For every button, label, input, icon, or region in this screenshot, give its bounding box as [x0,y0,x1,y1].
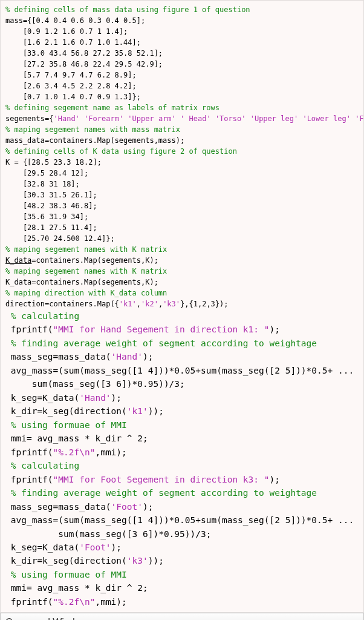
code-line[interactable]: K = {[28.5 23.3 18.2]; [5,157,359,168]
code-line[interactable]: sum(mass_seg([3 6])*0.95))/3; [5,377,359,391]
command-window-panel: Command Window ◉ fx MMI for Hand Segemen… [0,613,364,620]
code-line[interactable]: segements={'Hand' 'Forearm' 'Upper arm' … [5,113,359,124]
code-line[interactable]: mass={[0.4 0.4 0.6 0.3 0.4 0.5]; [5,15,359,26]
code-line[interactable]: % using formuae of MMI [5,568,359,581]
code-line[interactable]: avg_mass=(sum(mass_seg([1 4]))*0.05+sum(… [5,364,359,377]
code-line[interactable]: % calculating [5,309,359,323]
code-line[interactable]: k_seg=K_data('Hand'); [5,391,359,404]
code-line[interactable]: fprintf("%.2f\n",mmi); [5,595,359,608]
code-line[interactable]: [48.2 38.3 46.8]; [5,200,359,211]
code-line[interactable]: % finding average weight of segment acco… [5,486,359,500]
command-window-title: Command Window [5,615,87,620]
code-line[interactable]: [33.0 43.4 56.8 27.2 35.8 52.1]; [5,48,359,59]
code-line[interactable]: [25.70 24.500 12.4]}; [5,233,359,244]
code-line[interactable]: k_seg=K_data('Foot'); [5,541,359,554]
code-line[interactable]: % maping segement names with K matrix [5,244,359,255]
code-line[interactable]: mmi= avg_mass * k_dir ^ 2; [5,432,359,445]
code-line[interactable]: % calculating [5,459,359,472]
code-line[interactable]: K_data=containers.Map(segements,K); [5,277,359,288]
code-line[interactable]: k_dir=k_seg(direction('k3')); [5,554,359,567]
code-line[interactable]: % maping segement names with mass matrix [5,124,359,135]
code-line[interactable]: mass_data=containers.Map(segements,mass)… [5,135,359,146]
code-line[interactable]: fprintf("%.2f\n",mmi); [5,446,359,459]
code-line[interactable]: [2.6 3.4 4.5 2.2 2.8 4.2]; [5,81,359,91]
code-line[interactable]: [5.7 7.4 9.7 4.7 6.2 8.9]; [5,70,359,81]
code-line[interactable]: [1.6 2.1 1.6 0.7 1.0 1.44]; [5,37,359,48]
code-line[interactable]: % defining cells of K data using figure … [5,146,359,157]
code-line[interactable]: mmi= avg_mass * k_dir ^ 2; [5,581,359,595]
code-line[interactable]: [30.3 31.5 26.1]; [5,190,359,200]
code-line[interactable]: % using formuae of MMI [5,418,359,432]
code-line[interactable]: % maping segement names with K matrix [5,266,359,277]
code-line[interactable]: % maping direction with K_data column [5,288,359,298]
code-line[interactable]: avg_mass=(sum(mass_seg([1 4]))*0.05+sum(… [5,513,359,527]
code-line[interactable]: mass_seg=mass_data('Hand'); [5,350,359,363]
code-line[interactable]: mass_seg=mass_data('Foot'); [5,500,359,513]
code-line[interactable]: K_data=containers.Map(segements,K); [5,255,359,266]
code-line[interactable]: sum(mass_seg([3 6])*0.95))/3; [5,527,359,541]
code-line[interactable]: % defining cells of mass data using figu… [5,4,359,15]
code-line[interactable]: [28.1 27.5 11.4]; [5,222,359,233]
code-line[interactable]: [29.5 28.4 12]; [5,168,359,179]
code-line[interactable]: k_dir=k_seg(direction('k1')); [5,404,359,418]
code-line[interactable]: [27.2 35.8 46.8 22.4 29.5 42.9]; [5,59,359,70]
code-line[interactable]: % defining segement name as labels of ma… [5,102,359,113]
panel-options-icon[interactable]: ◉ [353,618,359,620]
code-editor[interactable]: % defining cells of mass data using figu… [0,0,364,613]
code-line[interactable]: fprintf("MMI for Hand Segement in direct… [5,323,359,336]
code-line[interactable]: fprintf("MMI for Foot Segement in direct… [5,473,359,486]
code-line[interactable]: [0.9 1.2 1.6 0.7 1 1.4]; [5,26,359,37]
code-line[interactable]: % finding average weight of segment acco… [5,337,359,350]
code-line[interactable]: [0.7 1.0 1.4 0.7 0.9 1.3]}; [5,91,359,102]
code-line[interactable]: [35.6 31.9 34]; [5,211,359,222]
code-line[interactable]: [32.8 31 18]; [5,179,359,190]
code-line[interactable]: direction=containers.Map({'k1','k2','k3'… [5,298,359,309]
command-window-titlebar[interactable]: Command Window ◉ [1,613,363,620]
